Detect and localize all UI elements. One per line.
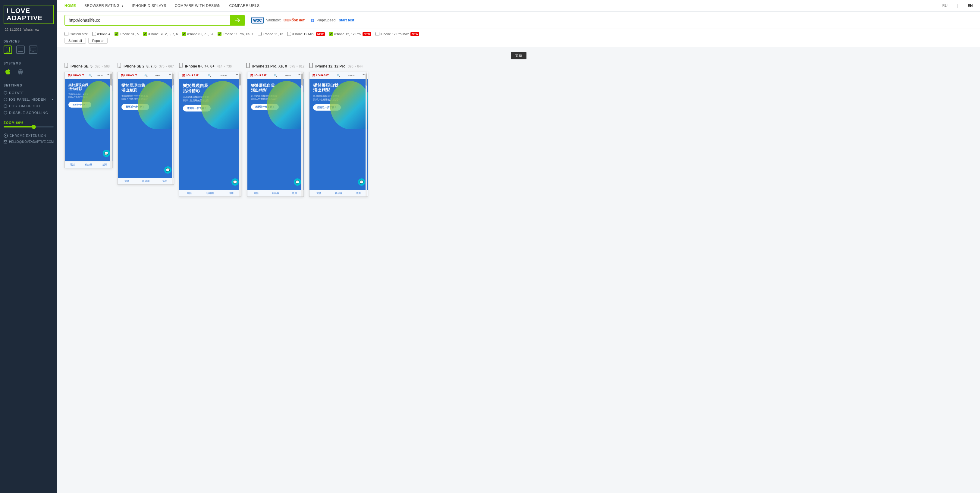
nav-home[interactable]: HOME [65,4,76,8]
checkbox-input-iphone12[interactable] [329,32,333,36]
site-footer-item[interactable]: 活用 [292,192,297,195]
zoom-label: ZOOM [4,121,16,124]
site-footer-iphone_8plus: 電話粉絲團活用 [179,190,241,196]
settings-item-rotate[interactable]: ROTATE [4,89,54,96]
device-checkbox-iphone4[interactable]: iPhone 4 [92,32,110,36]
tablet-icon[interactable] [16,46,25,54]
preview-frame-iphone_8plus[interactable]: 樂 LOHAS IT 🔍 Menu ☰ 樂於展現自我活出精彩 追尋網路科技的大膽… [179,72,241,197]
systems-section-title: SYSTEMS [4,62,54,65]
chrome-extension-link[interactable]: CHROME EXTENSION [4,134,54,138]
settings-section-title: SETTINGS [4,84,54,87]
site-chat-button-iphone12[interactable]: 💬 [358,178,365,186]
svg-point-20 [311,67,311,67]
site-footer-item[interactable]: 活用 [356,192,361,195]
device-checkbox-iphone_se2876[interactable]: iPhone SE 2, 8, 7, 6 [143,32,178,36]
checkbox-input-custom_size[interactable] [65,32,68,36]
android-icon[interactable] [16,67,25,76]
site-footer-item[interactable]: 粉絲團 [142,180,150,183]
site-footer-item[interactable]: 粉絲團 [85,163,92,166]
site-footer-item[interactable]: 粉絲團 [272,192,279,195]
nav-compare-design[interactable]: COMPARE WITH DESIGN [175,4,221,8]
preview-scrollbar-iphone_se2876[interactable] [172,72,173,184]
site-footer-item[interactable]: 粉絲團 [335,192,342,195]
sidebar-whats-new[interactable]: What's new [24,28,39,31]
apple-icon[interactable] [4,67,12,76]
desktop-icon[interactable] [29,46,37,54]
site-footer-item[interactable]: 電話 [70,163,75,166]
device-checkbox-iphone12promax[interactable]: iPhone 12 Pro MaxNEW [375,32,420,36]
site-footer-item[interactable]: 活用 [162,180,167,183]
settings-item-custom_height[interactable]: CUSTOM HEIGHT [4,103,54,110]
top-navigation: HOME BROWSER RATING ▾ IPHONE DISPLAYS CO… [57,0,980,12]
preview-frame-iphone11pro[interactable]: 樂 LOHAS IT 🔍 Menu ☰ 樂於展現自我活出精彩 追尋網路科技的大膽… [247,72,304,197]
site-footer-item[interactable]: 電話 [317,192,321,195]
site-footer-iphone12: 電話粉絲團活用 [310,190,368,196]
email-link[interactable]: HELLO@ILOVEADAPTIVE.COM [4,140,54,143]
url-go-button[interactable] [230,15,245,25]
site-footer-item[interactable]: 電話 [187,192,192,195]
zoom-thumb[interactable] [32,125,36,129]
nav-iphone-displays[interactable]: IPHONE DISPLAYS [132,4,166,8]
preview-scrollbar-iphone12[interactable] [366,72,368,196]
checkbox-input-iphone12mini[interactable] [287,32,291,36]
site-illustration-iphone11pro [267,81,303,129]
site-logo: 樂 LOHAS IT [250,73,267,78]
lang-separator: | [957,4,958,8]
checkbox-input-iphone4[interactable] [92,32,96,36]
preview-scrollbar-iphone_8plus[interactable] [239,72,241,196]
preview-header-iphone12: iPhone 12, 12 Pro390 × 844 [309,63,368,69]
preview-scrollbar-iphone11pro[interactable] [301,72,303,196]
site-logo: 樂 LOHAS IT [312,73,329,78]
svg-rect-3 [30,48,36,51]
device-checkbox-custom_size[interactable]: Custom size [65,32,88,36]
preview-title-iphone_se2876: iPhone SE 2, 8, 7, 6 [124,64,156,68]
nav-compare-urls[interactable]: COMPARE URLS [229,4,259,8]
checkbox-input-iphone_se2876[interactable] [143,32,147,36]
checkbox-input-iphone11[interactable] [258,32,262,36]
select-all-button[interactable]: Select all [65,38,86,44]
site-chat-button-iphone11pro[interactable]: 💬 [294,178,301,186]
site-footer-item[interactable]: 粉絲團 [207,192,214,195]
device-checkbox-iphone12mini[interactable]: iPhone 12 MiniNEW [287,32,325,36]
device-checkbox-iphone11[interactable]: iPhone 11, Xr [258,32,283,36]
checkbox-input-iphone_se5[interactable] [115,32,118,36]
email-label: HELLO@ILOVEADAPTIVE.COM [9,140,54,143]
pagespeed-action[interactable]: start test [339,18,355,22]
preview-frame-iphone_se2876[interactable]: 樂 LOHAS IT 🔍 Menu ☰ 樂於展現自我活出精彩 追尋網路科技的大膽… [118,72,174,185]
device-checkbox-iphone11pro[interactable]: iPhone 11 Pro, Xs, X [218,32,253,36]
logo-line1: I LOVE [6,7,51,14]
settings-item-disable_scrolling[interactable]: DISABLE SCROLLING [4,110,54,116]
site-footer-item[interactable]: 活用 [229,192,234,195]
zoom-track[interactable] [4,126,54,127]
site-chat-button-iphone_8plus[interactable]: 💬 [231,178,239,186]
site-menu-label: Menu [96,74,102,77]
preview-scrollbar-iphone_se5[interactable] [110,72,112,168]
checkbox-input-iphone_8plus[interactable] [182,32,186,36]
url-input[interactable] [65,15,230,25]
site-footer-item[interactable]: 電話 [124,180,129,183]
site-footer-item[interactable]: 活用 [102,163,107,166]
mobile-icon[interactable] [4,46,12,54]
checkbox-input-iphone12promax[interactable] [375,32,379,36]
settings-dot-rotate [4,91,7,95]
preview-header-iphone_8plus: iPhone 8+, 7+, 6+414 × 736 [179,63,241,69]
site-chat-button-iphone_se5[interactable]: 💬 [103,150,110,157]
site-footer-item[interactable]: 電話 [254,192,259,195]
preview-frame-iphone12[interactable]: 樂 LOHAS IT 🔍 Menu ☰ 樂於展現自我活出精彩 追尋網路科技的大膽… [309,72,368,197]
device-checkbox-iphone12[interactable]: iPhone 12, 12 ProNEW [329,32,371,36]
validator-section: W3C Validator: Ошибок нет [251,17,305,24]
preview-frame-iphone_se5[interactable]: 樂 LOHAS IT 🔍 Menu ☰ 樂於展現自我活出精彩 追尋網路科技的大膽… [65,72,113,168]
site-preview-content-iphone_se2876: 樂 LOHAS IT 🔍 Menu ☰ 樂於展現自我活出精彩 追尋網路科技的大膽… [118,72,174,184]
lang-ru[interactable]: RU [942,4,947,8]
settings-item-ios_panel[interactable]: IOS PANEL: HIDDEN▾ [4,96,54,103]
nav-browser-rating[interactable]: BROWSER RATING ▾ [84,4,123,8]
popular-button[interactable]: Popular [88,38,108,44]
device-checkbox-iphone_se5[interactable]: iPhone SE, 5 [115,32,139,36]
checkbox-input-iphone11pro[interactable] [218,32,221,36]
device-checkbox-iphone_8plus[interactable]: iPhone 8+, 7+, 6+ [182,32,213,36]
site-chat-button-iphone_se2876[interactable]: 💬 [164,166,172,173]
lang-en[interactable]: EN [968,4,973,8]
google-icon: G [311,18,314,23]
settings-dot-disable_scrolling [4,111,7,115]
logo-line2: ADAPTIVE [6,14,51,22]
